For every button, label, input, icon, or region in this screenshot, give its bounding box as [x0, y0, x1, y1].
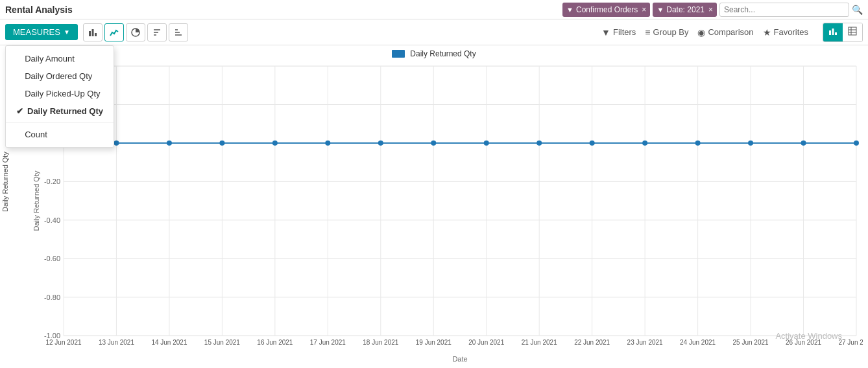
daily-ordered-label: Daily Ordered Qty — [25, 71, 92, 81]
svg-text:18 Jun 2021: 18 Jun 2021 — [363, 339, 398, 346]
sort-asc-button[interactable] — [147, 23, 167, 41]
svg-point-51 — [167, 141, 172, 146]
line-chart-button[interactable] — [104, 23, 124, 41]
activate-windows-msg: Activate Windows — [775, 331, 842, 341]
svg-point-52 — [219, 141, 224, 146]
svg-text:12 Jun 2021: 12 Jun 2021 — [45, 339, 81, 346]
svg-point-55 — [378, 141, 383, 146]
dropdown-item-count[interactable]: Count — [6, 126, 114, 143]
chart-container: Daily Returned Qty Daily Returned Qty 0.… — [0, 45, 868, 368]
svg-rect-1 — [91, 29, 93, 36]
legend-color — [392, 50, 405, 58]
svg-text:-0.20: -0.20 — [44, 178, 60, 185]
favorites-icon: ★ — [763, 27, 771, 38]
svg-rect-2 — [95, 33, 97, 36]
dropdown-divider — [6, 122, 114, 123]
filter2-close[interactable]: × — [708, 5, 713, 14]
sort-desc-icon — [174, 28, 183, 37]
daily-returned-label: Daily Returned Qty — [27, 106, 103, 116]
svg-text:13 Jun 2021: 13 Jun 2021 — [99, 339, 134, 346]
svg-text:Date: Date — [452, 355, 467, 363]
svg-point-60 — [642, 141, 647, 146]
svg-text:22 Jun 2021: 22 Jun 2021 — [574, 339, 610, 346]
favorites-action[interactable]: ★ Favorites — [763, 27, 808, 38]
top-bar: Rental Analysis ▼ Confirmed Orders × ▼ D… — [0, 0, 868, 19]
legend-label: Daily Returned Qty — [410, 49, 476, 58]
svg-text:20 Jun 2021: 20 Jun 2021 — [468, 339, 504, 346]
svg-point-64 — [854, 141, 859, 146]
view-toggle — [823, 23, 863, 42]
toolbar-right: ▼ Filters ≡ Group By ◉ Comparison ★ Favo… — [601, 23, 863, 42]
svg-point-53 — [272, 141, 278, 146]
bar-chart-icon — [88, 28, 97, 37]
svg-text:23 Jun 2021: 23 Jun 2021 — [627, 339, 663, 346]
favorites-label: Favorites — [774, 27, 808, 37]
sort-asc-icon — [152, 28, 162, 37]
chart-svg: 0.400.200.00-0.20-0.40-0.60-0.80-1.0012 … — [31, 60, 863, 364]
table-view-icon — [848, 27, 857, 36]
svg-text:21 Jun 2021: 21 Jun 2021 — [522, 339, 557, 346]
dropdown-item-daily-pickedup[interactable]: Daily Picked-Up Qty — [6, 85, 114, 102]
toolbar: MEASURES ▼ ▼ — [0, 19, 868, 45]
comparison-label: Comparison — [708, 27, 753, 37]
comparison-action[interactable]: ◉ Comparison — [697, 27, 753, 38]
svg-rect-0 — [89, 31, 91, 36]
count-label: Count — [25, 130, 47, 139]
filter1-icon: ▼ — [566, 6, 573, 14]
filter-date-2021[interactable]: ▼ Date: 2021 × — [653, 3, 717, 17]
dropdown-item-daily-returned[interactable]: ✔ Daily Returned Qty — [6, 102, 114, 120]
chart-view-button[interactable] — [823, 23, 843, 41]
measures-dropdown: Daily Amount Daily Ordered Qty Daily Pic… — [5, 45, 114, 148]
svg-text:Daily Returned Qty: Daily Returned Qty — [32, 170, 40, 231]
group-by-action[interactable]: ≡ Group By — [645, 27, 688, 38]
measures-button[interactable]: MEASURES ▼ — [5, 24, 78, 40]
svg-rect-12 — [835, 32, 837, 35]
filter1-label: Confirmed Orders — [576, 5, 638, 14]
svg-point-59 — [590, 141, 595, 146]
search-icon[interactable]: 🔍 — [852, 5, 863, 15]
svg-point-58 — [536, 141, 542, 146]
svg-text:19 Jun 2021: 19 Jun 2021 — [416, 339, 452, 346]
search-input[interactable] — [719, 3, 849, 17]
table-view-button[interactable] — [843, 23, 862, 41]
svg-rect-11 — [832, 29, 834, 35]
svg-rect-10 — [829, 30, 831, 35]
svg-text:-0.80: -0.80 — [44, 293, 60, 301]
groupby-icon: ≡ — [645, 27, 650, 38]
svg-text:14 Jun 2021: 14 Jun 2021 — [151, 339, 187, 346]
filters-icon: ▼ — [601, 27, 610, 38]
filter2-label: Date: 2021 — [666, 5, 705, 14]
svg-point-56 — [431, 141, 436, 146]
svg-point-54 — [325, 141, 330, 146]
svg-rect-13 — [849, 27, 856, 35]
chart-view-icon — [828, 27, 838, 36]
svg-point-61 — [695, 141, 701, 146]
svg-text:16 Jun 2021: 16 Jun 2021 — [257, 339, 293, 346]
svg-point-50 — [114, 141, 119, 146]
pie-chart-icon — [131, 28, 140, 37]
comparison-icon: ◉ — [697, 27, 705, 38]
svg-text:25 Jun 2021: 25 Jun 2021 — [733, 339, 769, 346]
filters-action[interactable]: ▼ Filters — [601, 27, 636, 38]
svg-text:-0.40: -0.40 — [44, 216, 60, 224]
bar-chart-button[interactable] — [83, 23, 102, 41]
svg-text:24 Jun 2021: 24 Jun 2021 — [680, 339, 716, 346]
dropdown-item-daily-ordered[interactable]: Daily Ordered Qty — [6, 67, 114, 85]
svg-point-62 — [748, 141, 753, 146]
pie-chart-button[interactable] — [126, 23, 145, 41]
groupby-label: Group By — [653, 27, 689, 37]
page-title: Rental Analysis — [5, 5, 73, 15]
svg-text:17 Jun 2021: 17 Jun 2021 — [310, 339, 346, 346]
filters-label: Filters — [613, 27, 636, 37]
svg-text:-0.60: -0.60 — [44, 255, 60, 262]
y-axis-label: Daily Returned Qty — [1, 211, 9, 212]
svg-text:27 Jun 2021: 27 Jun 2021 — [838, 339, 863, 346]
daily-amount-label: Daily Amount — [25, 54, 75, 63]
svg-point-57 — [484, 141, 489, 146]
measures-caret: ▼ — [64, 29, 70, 36]
daily-pickedup-label: Daily Picked-Up Qty — [25, 89, 100, 98]
sort-desc-button[interactable] — [169, 23, 188, 41]
dropdown-item-daily-amount[interactable]: Daily Amount — [6, 50, 114, 67]
filter-confirmed-orders[interactable]: ▼ Confirmed Orders × — [562, 3, 650, 17]
filter1-close[interactable]: × — [642, 5, 646, 14]
